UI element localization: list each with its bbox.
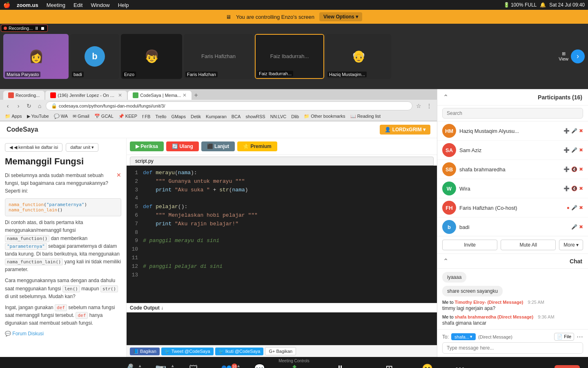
bookmark-keep[interactable]: 📌 KEEP — [117, 113, 139, 120]
premium-button[interactable]: ⭐ Premium — [237, 141, 277, 151]
nav-forward-button[interactable]: › — [14, 101, 23, 110]
share-google-button[interactable]: G+ Bagikan — [265, 347, 296, 355]
menu-help[interactable]: Help — [116, 1, 131, 9]
toolbar-record[interactable]: ⏸ Pause/Stop Recording — [313, 361, 368, 368]
tab-close-jennifer[interactable]: ✕ — [118, 92, 122, 98]
mute-all-button[interactable]: Mute All — [501, 240, 556, 250]
mute-arrow-icon[interactable]: ▲ — [138, 364, 142, 368]
participant-muted-icon-wira[interactable]: 🔇 — [571, 186, 577, 191]
bookmark-showrss[interactable]: showRSS — [244, 113, 267, 120]
invite-button[interactable]: Invite — [442, 240, 497, 250]
codesaya-user-button[interactable]: 👤 LORDxGRIM ▾ — [380, 125, 430, 135]
menu-meeting[interactable]: Meeting — [45, 1, 67, 9]
tab-close-codesaya[interactable]: ✕ — [183, 92, 187, 98]
bookmark-reading[interactable]: 📖 Reading list — [349, 113, 383, 120]
participant-mic-icon-haziq[interactable]: 🎤 — [571, 128, 577, 134]
participant-muted-icon-shafa[interactable]: 🔇 — [571, 166, 577, 172]
tab-codesaya[interactable]: CodeSaya | Mema... ✕ — [128, 91, 192, 100]
video-thumb-faris[interactable]: Faris Hafizhan Faris Hafizhan — [184, 34, 253, 79]
bookmark-fb[interactable]: f FB — [140, 113, 152, 120]
bookmark-detik[interactable]: Detik — [189, 113, 203, 120]
toolbar-mute[interactable]: 🎤 Mute ▲ — [112, 361, 145, 368]
bookmark-other[interactable]: 📁 Other bookmarks — [302, 113, 347, 120]
bookmark-gmaps[interactable]: GMaps — [169, 113, 187, 120]
participants-search-input[interactable] — [442, 108, 583, 119]
nav-bookmark-button[interactable]: ☆ — [414, 101, 423, 110]
toolbar-share-screen[interactable]: ⬆ Share Screen — [276, 361, 313, 368]
bookmark-gmail[interactable]: ✉ Gmail — [71, 113, 91, 120]
lanjut-button[interactable]: ⬛ Lanjut — [201, 141, 235, 151]
participant-remove-icon-badi[interactable]: ✖ — [579, 224, 583, 230]
bookmark-youtube[interactable]: ▶ YouTube — [25, 113, 51, 120]
bookmark-dlib[interactable]: Dlib — [290, 113, 301, 120]
participant-add-icon-haziq[interactable]: ➕ — [564, 128, 570, 134]
collapse-chat-button[interactable]: ⌃ — [443, 257, 448, 265]
participant-add-icon-wira[interactable]: ➕ — [564, 186, 570, 191]
chat-type-input[interactable] — [442, 342, 583, 354]
video-thumb-marisa[interactable]: 👩 Marisa Paryasto — [3, 34, 69, 79]
new-tab-button[interactable]: + — [192, 92, 199, 99]
share-facebook-button[interactable]: 📘 Bagikan — [130, 348, 160, 355]
tab-jennifer[interactable]: (196) Jennifer Lopez - On The Flo... ✕ — [45, 91, 127, 100]
share-tweet-button[interactable]: 🐦 Tweet @CodeSaya — [161, 348, 214, 355]
ulang-button[interactable]: 🔄 Ulang — [166, 141, 199, 151]
collapse-participants-button[interactable]: ⌃ — [443, 93, 448, 101]
participant-add-icon-sam[interactable]: ➕ — [564, 147, 570, 153]
video-thumb-faiz[interactable]: Faiz Ibadurrah... Faiz Ibadurrah... — [255, 34, 324, 79]
toolbar-stop-video[interactable]: 📷 Stop Video ▲ — [145, 361, 177, 368]
bookmark-apps[interactable]: 📁 Apps — [3, 113, 24, 120]
toolbar-breakout[interactable]: ⊞ Breakout Rooms — [368, 361, 411, 368]
apple-menu[interactable]: 🍎 — [3, 2, 10, 8]
end-meeting-button[interactable]: End — [555, 365, 580, 368]
participant-remove-icon-faris[interactable]: ✖ — [579, 205, 583, 211]
participant-remove-icon-shafa[interactable]: ✖ — [579, 166, 583, 172]
forum-link[interactable]: 💬 Forum Diskusi — [5, 331, 121, 337]
file-tab[interactable]: script.py — [130, 157, 434, 166]
participant-remove-icon-haziq[interactable]: ✖ — [579, 128, 583, 134]
participant-mic-icon-badi[interactable]: 🎤 — [571, 224, 577, 230]
participant-remove-icon-sam[interactable]: ✖ — [579, 147, 583, 153]
bookmark-kumparan[interactable]: Kumparan — [204, 113, 228, 120]
chat-to-badge[interactable]: shafa... ▾ — [451, 333, 476, 340]
nav-menu-button[interactable]: ⋮ — [425, 101, 434, 110]
menu-app-name[interactable]: zoom.us — [15, 1, 40, 9]
toolbar-security[interactable]: 🛡 Security — [177, 361, 210, 368]
more-participants-button[interactable]: More ▾ — [559, 240, 583, 250]
participant-mic-icon-faris[interactable]: 🎤 — [571, 205, 577, 211]
view-options-button[interactable]: View Options ▾ — [319, 12, 362, 21]
bookmark-wa[interactable]: 💬 WA — [52, 113, 69, 120]
chat-more-button[interactable]: ⋯ — [577, 333, 583, 341]
participant-add-icon-shafa[interactable]: ➕ — [564, 166, 570, 172]
toolbar-more[interactable]: ••• More — [443, 361, 476, 368]
participant-mic-icon-sam[interactable]: 🎤 — [571, 147, 577, 153]
bookmark-gcal[interactable]: 📅 GCAL — [93, 113, 115, 120]
toolbar-participants[interactable]: 👥 16 Participants ▲ — [210, 361, 243, 368]
unit-list-button[interactable]: daftar unit ▾ — [66, 143, 98, 152]
code-editor[interactable]: 1def merayu(nama): 2 """ Gunanya untuk m… — [127, 166, 437, 303]
nav-back-button[interactable]: ‹ — [3, 101, 12, 110]
bookmark-bca[interactable]: BCA — [230, 113, 243, 120]
menu-window[interactable]: Window — [89, 1, 111, 9]
lesson-panel: ◀ ◀ kembali ke daftar isi daftar unit ▾ … — [0, 138, 127, 357]
delete-button[interactable]: ✕ — [116, 172, 121, 178]
nav-home-button[interactable]: ⌂ — [35, 101, 44, 110]
nav-reload-button[interactable]: ↻ — [24, 101, 33, 110]
chat-file-button[interactable]: 📄 File — [554, 333, 574, 341]
stop-video-arrow-icon[interactable]: ▲ — [171, 364, 175, 368]
share-follow-button[interactable]: 🐦 Ikuti @CodeSaya — [215, 348, 264, 355]
next-participant-button[interactable]: › — [571, 49, 585, 63]
video-thumb-haziq[interactable]: 👴 Haziq Mustaqim... — [326, 34, 391, 79]
periksa-button[interactable]: ▶ Periksa — [130, 141, 164, 151]
tab-recording[interactable]: Recording... — [3, 91, 45, 100]
address-bar[interactable]: 🔒 codesaya.com/python/fungsi-dan-modul/f… — [46, 101, 412, 110]
video-thumb-badi[interactable]: b badi — [70, 34, 119, 79]
participants-arrow-icon[interactable]: ▲ — [236, 364, 241, 368]
bookmark-nnlvc[interactable]: NN:LVC — [269, 113, 288, 120]
video-thumb-enzo[interactable]: 👦 Enzo — [121, 34, 182, 79]
toolbar-reactions[interactable]: 😊 Reactions — [411, 361, 443, 368]
menu-edit[interactable]: Edit — [72, 1, 84, 9]
bookmark-trello[interactable]: Trello — [154, 113, 168, 120]
toolbar-chat[interactable]: 💬 Chat — [243, 361, 276, 368]
back-to-list-button[interactable]: ◀ ◀ kembali ke daftar isi — [5, 143, 62, 152]
participant-remove-icon-wira[interactable]: ✖ — [579, 186, 583, 191]
